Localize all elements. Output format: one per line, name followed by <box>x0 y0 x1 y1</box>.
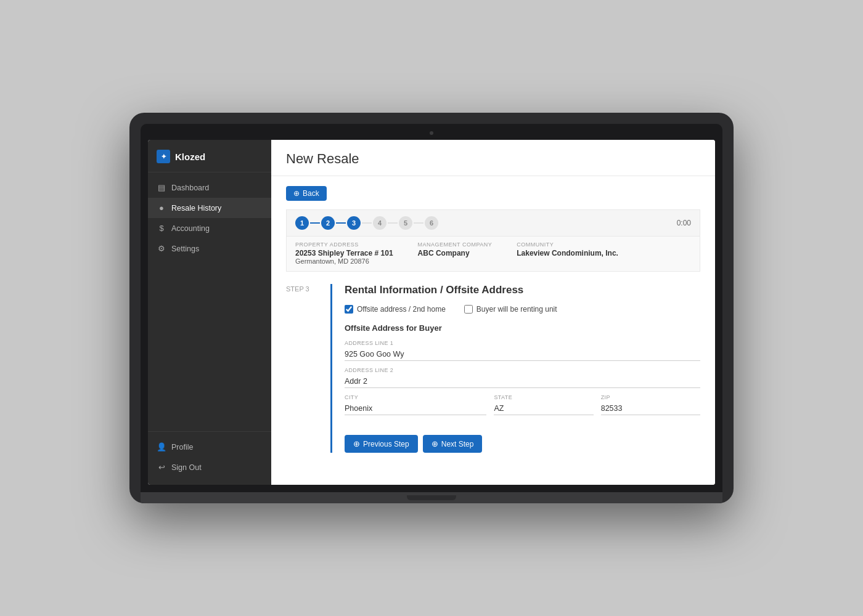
management-label: MANAGEMENT COMPANY <box>418 241 493 248</box>
logo-icon: ✦ <box>157 150 170 163</box>
sidebar-item-label-signout: Sign Out <box>171 463 202 472</box>
sidebar-item-signout[interactable]: ↩ Sign Out <box>148 457 271 477</box>
community-label: COMMUNITY <box>517 241 618 248</box>
sidebar-item-label-accounting: Accounting <box>171 224 210 233</box>
sidebar-bottom: 👤 Profile ↩ Sign Out <box>148 431 271 485</box>
profile-icon: 👤 <box>157 442 166 452</box>
signout-icon: ↩ <box>157 463 166 472</box>
step-line-5-6 <box>414 222 423 224</box>
checkbox-renting[interactable]: Buyer will be renting unit <box>464 305 557 314</box>
step-5[interactable]: 5 <box>399 216 412 230</box>
step-1[interactable]: 1 <box>295 216 309 230</box>
screen-bezel: ✦ Klozed ▤ Dashboard ● Resale History $ … <box>141 124 722 492</box>
step-2[interactable]: 2 <box>321 216 335 230</box>
step-line-2-3 <box>336 222 346 224</box>
step-3[interactable]: 3 <box>347 216 361 230</box>
step-form: Rental Information / Offsite Address Off… <box>345 284 700 453</box>
laptop-base <box>141 492 722 503</box>
accounting-icon: $ <box>157 224 166 233</box>
address-line1-label: ADDRESS LINE 1 <box>345 340 700 346</box>
laptop-notch <box>407 495 456 500</box>
page-header: New Resale <box>271 140 715 176</box>
back-label: Back <box>303 189 319 198</box>
next-step-button[interactable]: ⊕ Next Step <box>423 435 483 453</box>
sidebar-logo: ✦ Klozed <box>148 140 271 172</box>
btn-row: ⊕ Previous Step ⊕ Next Step <box>345 435 700 453</box>
address-line2-input[interactable] <box>345 375 700 388</box>
offsite-checkbox[interactable] <box>345 305 353 314</box>
city-input[interactable] <box>345 402 486 415</box>
property-address-group: PROPERTY ADDRESS 20253 Shipley Terrace #… <box>295 241 393 265</box>
state-label: STATE <box>494 394 593 400</box>
property-address-line2: Germantown, MD 20876 <box>295 257 393 265</box>
community-value: Lakeview Condominium, Inc. <box>517 249 618 257</box>
page-title: New Resale <box>286 151 700 167</box>
sidebar: ✦ Klozed ▤ Dashboard ● Resale History $ … <box>148 140 271 485</box>
checkbox-offsite[interactable]: Offsite address / 2nd home <box>345 305 446 314</box>
back-icon: ⊕ <box>293 189 300 198</box>
checkbox-row: Offsite address / 2nd home Buyer will be… <box>345 305 700 314</box>
dashboard-icon: ▤ <box>157 183 166 192</box>
step-4[interactable]: 4 <box>373 216 387 230</box>
back-button[interactable]: ⊕ Back <box>286 186 327 201</box>
step-timer: 0:00 <box>677 219 691 227</box>
zip-label: ZIP <box>601 394 700 400</box>
laptop-frame: ✦ Klozed ▤ Dashboard ● Resale History $ … <box>129 113 734 503</box>
renting-label: Buyer will be renting unit <box>476 305 557 314</box>
logo-text: Klozed <box>175 152 205 162</box>
sidebar-item-label-settings: Settings <box>171 245 199 253</box>
sidebar-item-label-profile: Profile <box>171 443 193 452</box>
camera <box>430 131 433 135</box>
zip-input[interactable] <box>601 402 700 415</box>
sidebar-item-dashboard[interactable]: ▤ Dashboard <box>148 177 271 198</box>
property-address-label: PROPERTY ADDRESS <box>295 241 393 248</box>
sidebar-item-accounting[interactable]: $ Accounting <box>148 218 271 238</box>
renting-checkbox[interactable] <box>464 305 473 314</box>
property-bar: PROPERTY ADDRESS 20253 Shipley Terrace #… <box>286 237 700 272</box>
address-line1-input[interactable] <box>345 348 700 361</box>
previous-label: Previous Step <box>363 440 409 448</box>
city-label: CITY <box>345 394 486 400</box>
step-content: STEP 3 Rental Information / Offsite Addr… <box>286 284 700 453</box>
management-company-group: MANAGEMENT COMPANY ABC Company <box>418 241 493 265</box>
sidebar-item-label-dashboard: Dashboard <box>171 184 209 192</box>
next-icon: ⊕ <box>432 439 438 448</box>
management-value: ABC Company <box>418 249 493 257</box>
city-state-zip-row: CITY STATE ZIP <box>345 394 700 421</box>
address-line2-label: ADDRESS LINE 2 <box>345 367 700 373</box>
sidebar-item-label-resale: Resale History <box>171 204 221 213</box>
sidebar-item-resale-history[interactable]: ● Resale History <box>148 198 271 218</box>
address-line2-field: ADDRESS LINE 2 <box>345 367 700 388</box>
state-input[interactable] <box>494 402 593 415</box>
content-area: ⊕ Back 1 2 <box>271 176 715 485</box>
steps-container: 1 2 3 4 <box>295 216 677 230</box>
step-line-1-2 <box>310 222 320 224</box>
main-content: New Resale ⊕ Back 1 <box>271 140 715 485</box>
sidebar-item-settings[interactable]: ⚙ Settings <box>148 238 271 259</box>
city-field: CITY <box>345 394 486 415</box>
offsite-label: Offsite address / 2nd home <box>357 305 446 314</box>
community-group: COMMUNITY Lakeview Condominium, Inc. <box>517 241 618 265</box>
step-6[interactable]: 6 <box>425 216 438 230</box>
step-label: STEP 3 <box>286 284 323 293</box>
sidebar-item-profile[interactable]: 👤 Profile <box>148 437 271 457</box>
previous-step-button[interactable]: ⊕ Previous Step <box>345 435 418 453</box>
sidebar-nav: ▤ Dashboard ● Resale History $ Accountin… <box>148 172 271 431</box>
property-address-line1: 20253 Shipley Terrace # 101 <box>295 249 393 257</box>
resale-history-icon: ● <box>157 203 166 213</box>
settings-icon: ⚙ <box>157 244 166 253</box>
zip-field: ZIP <box>601 394 700 415</box>
state-field: STATE <box>494 394 593 415</box>
previous-icon: ⊕ <box>353 439 360 448</box>
screen: ✦ Klozed ▤ Dashboard ● Resale History $ … <box>148 140 715 485</box>
step-line-4-5 <box>388 222 398 224</box>
step-label-container: STEP 3 <box>286 284 332 453</box>
step-line-3-4 <box>362 222 372 224</box>
step-bar: 1 2 3 4 <box>286 209 700 237</box>
address-line1-field: ADDRESS LINE 1 <box>345 340 700 361</box>
next-label: Next Step <box>441 440 474 448</box>
subsection-title: Offsite Address for Buyer <box>345 323 700 333</box>
section-title: Rental Information / Offsite Address <box>345 284 700 296</box>
